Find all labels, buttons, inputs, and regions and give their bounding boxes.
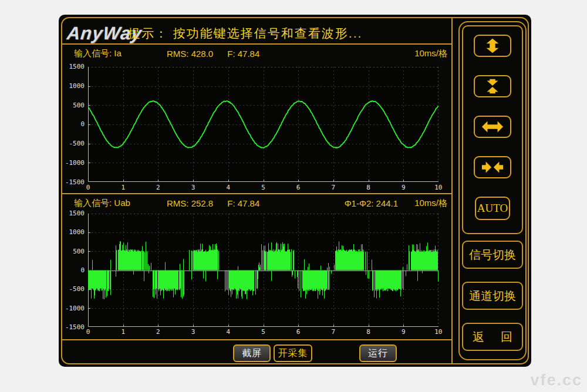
panel1-y-axis-labels: 150010005000-500-1000-1500 [59, 63, 85, 186]
y-tick-label: 1000 [69, 228, 85, 236]
y-tick-label: -500 [69, 140, 85, 147]
instrument-screen: AnyWay 提示： 按功能键选择信号和查看波形... 输入信号: Ia RMS… [59, 15, 531, 367]
waveform-canvas-uab [88, 214, 438, 327]
expand-vertical-icon [481, 38, 504, 53]
expand-vertical-button[interactable] [474, 35, 511, 57]
x-tick-label: 4 [222, 328, 235, 336]
x-tick-label: 2 [151, 328, 164, 336]
hint-text: 提示： 按功能键选择信号和查看波形... [128, 25, 362, 42]
back-button[interactable]: 返 回 [462, 323, 523, 351]
x-tick-label: 6 [292, 184, 305, 191]
x-tick-label: 8 [362, 328, 375, 336]
x-tick-label: 5 [257, 184, 269, 191]
compress-horizontal-button[interactable] [474, 156, 511, 178]
y-tick-label: -500 [69, 285, 85, 293]
x-tick-label: 1 [117, 328, 130, 336]
rms-value: RMS: 428.0 [167, 49, 213, 59]
run-button[interactable]: 运行 [359, 344, 397, 362]
header-divider [61, 43, 452, 45]
x-tick-label: 0 [82, 184, 95, 191]
compress-vertical-button[interactable] [474, 75, 511, 97]
waveform-canvas-ia [88, 67, 438, 182]
rms-value: RMS: 252.8 [167, 198, 213, 208]
vertical-divider [451, 17, 453, 363]
x-tick-label: 4 [222, 184, 235, 191]
back-button-char-right: 回 [501, 329, 512, 345]
y-tick-label: -1000 [65, 305, 85, 312]
panel2-header: 输入信号: Uab RMS: 252.8 F: 47.84 Φ1-Φ2: 244… [74, 198, 447, 209]
y-tick-label: 1000 [69, 82, 85, 90]
panel2-y-axis-labels: 150010005000-500-1000-1500 [59, 209, 85, 331]
footer-divider [61, 339, 452, 340]
x-tick-label: 3 [187, 328, 200, 336]
panel2-x-axis-labels: 012345678910 [82, 328, 445, 336]
x-tick-label: 3 [187, 184, 200, 191]
page: AnyWay 提示： 按功能键选择信号和查看波形... 输入信号: Ia RMS… [0, 0, 587, 392]
expand-horizontal-button[interactable] [474, 116, 511, 138]
panel-divider [61, 193, 452, 194]
compress-horizontal-icon [481, 160, 504, 175]
back-button-char-left: 返 [473, 329, 484, 345]
auto-button[interactable]: AUTO [475, 197, 510, 220]
sidebar: AUTO 信号切换 通道切换 返 回 [458, 21, 527, 360]
panel1-header: 输入信号: Ia RMS: 428.0 F: 47.84 10ms/格 [74, 48, 447, 59]
x-tick-label: 9 [397, 328, 410, 336]
signal-switch-button[interactable]: 信号切换 [462, 241, 523, 269]
screenshot-button[interactable]: 截屏 [233, 344, 271, 362]
channel-switch-button[interactable]: 通道切换 [462, 282, 523, 310]
y-tick-label: -1000 [65, 159, 85, 167]
x-tick-label: 6 [292, 328, 305, 336]
x-tick-label: 7 [327, 328, 340, 336]
x-tick-label: 2 [151, 184, 164, 191]
y-tick-label: 1500 [69, 209, 85, 217]
x-tick-label: 1 [117, 184, 130, 191]
y-tick-label: 0 [80, 120, 85, 128]
phase-diff-value: Φ1-Φ2: 244.1 [345, 198, 399, 208]
x-tick-label: 10 [432, 184, 445, 191]
panel1-x-axis-labels: 012345678910 [82, 184, 445, 191]
y-tick-label: 1500 [69, 63, 85, 70]
y-tick-label: 500 [73, 102, 85, 109]
x-tick-label: 9 [397, 184, 410, 191]
x-tick-label: 10 [432, 328, 445, 336]
signal-label: 输入信号: Uab [74, 198, 150, 209]
x-tick-label: 8 [362, 184, 375, 191]
y-tick-label: 500 [73, 248, 85, 255]
start-capture-button[interactable]: 开采集 [274, 344, 312, 362]
x-tick-label: 7 [327, 184, 340, 191]
compress-vertical-icon [481, 79, 504, 94]
x-tick-label: 0 [82, 328, 95, 336]
y-tick-label: 0 [80, 266, 85, 274]
frequency-value: F: 47.84 [227, 49, 259, 59]
signal-label: 输入信号: Ia [74, 48, 150, 59]
expand-horizontal-icon [481, 119, 504, 134]
timebase-label: 10ms/格 [414, 198, 447, 209]
scale-button-group: AUTO [462, 25, 523, 234]
x-tick-label: 5 [257, 328, 269, 336]
watermark: vfe.cc [530, 371, 582, 390]
frequency-value: F: 47.84 [227, 198, 259, 208]
timebase-label: 10ms/格 [414, 48, 447, 59]
